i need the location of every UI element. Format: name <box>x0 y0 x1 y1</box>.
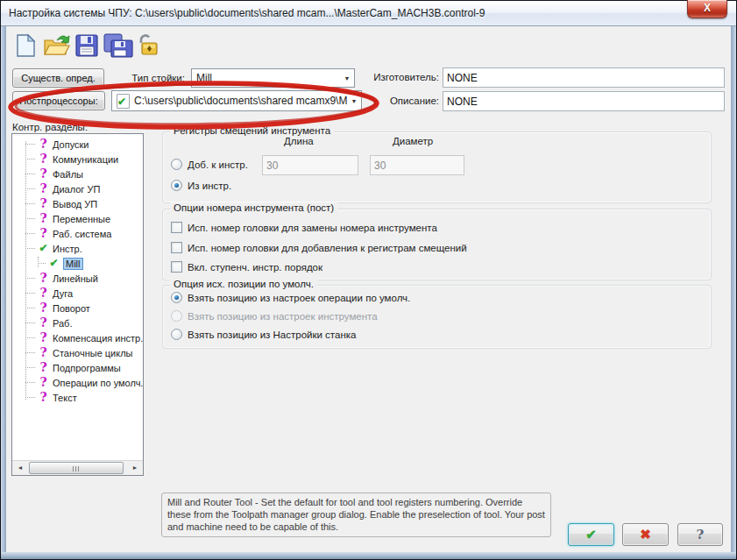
tree-item[interactable]: ?Коммуникации <box>12 152 143 167</box>
control-sections-tree: ?Допуски ?Коммуникации ?Файлы ?Диалог УП… <box>11 133 144 476</box>
cancel-button[interactable]: ✖ <box>622 523 669 546</box>
check-icon: ✔ <box>37 241 50 256</box>
tree-item[interactable]: ?Вывод УП <box>12 196 143 211</box>
checkbox-icon[interactable] <box>171 222 182 233</box>
checkbox-icon[interactable] <box>171 242 182 253</box>
scroll-right-icon[interactable]: ► <box>128 461 142 475</box>
radio-position-from-tool-settings-disabled: Взять позицию из настроек инструмента <box>171 310 378 322</box>
group-title: Регистры смещений инструмента <box>170 125 334 136</box>
tree-item[interactable]: ?Переменные <box>12 211 143 226</box>
radio-from-tool[interactable]: Из инстр. <box>171 180 231 191</box>
radio-selected-icon[interactable] <box>171 180 182 191</box>
length-input-disabled <box>262 155 358 175</box>
postprocessor-select[interactable]: C:\users\public\documents\shared mcamx9\… <box>111 90 362 111</box>
radio-position-from-operation-defaults[interactable]: Взять позицию из настроек операции по ум… <box>171 292 410 303</box>
question-icon: ? <box>37 181 50 196</box>
cnc-settings-dialog: Настройка системы ЧПУ: C:\users\public\d… <box>0 0 737 560</box>
description-input[interactable] <box>443 91 725 111</box>
description-label: Описание: <box>367 96 439 106</box>
tree-item[interactable]: ?Подпрограммы <box>12 360 143 375</box>
window-title: Настройка системы ЧПУ: C:\users\public\d… <box>9 7 485 19</box>
tree-item[interactable]: ?Линейный <box>12 271 143 286</box>
manufacturer-label: Изготовитель: <box>367 72 439 82</box>
machine-type-label: Тип стойки: <box>115 73 185 83</box>
close-button[interactable]: X <box>687 0 727 18</box>
checkbox-replace-tool-number[interactable]: Исп. номер головки для замены номера инс… <box>171 222 437 233</box>
check-icon: ✔ <box>47 256 60 271</box>
postprocessor-path: C:\users\public\documents\shared mcamx9\… <box>130 95 347 107</box>
tree-item[interactable]: ?Раб. <box>12 315 143 330</box>
machine-type-select[interactable]: Mill ▼ <box>191 68 355 88</box>
control-sections-label: Контр. разделы: <box>12 122 88 132</box>
tree-item[interactable]: ?Операции по умолч. <box>12 375 143 390</box>
question-icon: ? <box>37 211 50 226</box>
title-bar: Настройка системы ЧПУ: C:\users\public\d… <box>1 1 736 26</box>
dialog-client-area: Существ. опред. Тип стойки: Mill ▼ Изгот… <box>6 26 731 552</box>
tree-item[interactable]: ?Диалог УП <box>12 181 143 196</box>
question-icon: ? <box>697 527 705 542</box>
home-position-option-group: Опция исх. позиции по умолч. Взять позиц… <box>162 285 712 349</box>
machine-type-value: Mill <box>192 72 340 84</box>
question-icon: ? <box>37 226 50 241</box>
diameter-input-disabled <box>370 155 464 175</box>
radio-icon[interactable] <box>171 329 182 340</box>
group-title: Опция исх. позиции по умолч. <box>170 279 317 289</box>
tree-item-selected[interactable]: ✔Mill <box>12 256 143 271</box>
chevron-down-icon: ▼ <box>340 75 354 82</box>
tool-number-options-group: Опции номера инструмента (пост) Исп. ном… <box>162 209 712 280</box>
check-icon: ✔ <box>585 527 597 542</box>
tree-horizontal-scrollbar[interactable]: ◄ ► <box>12 460 143 475</box>
post-file-check-icon <box>117 94 130 109</box>
existing-definition-button[interactable]: Существ. опред. <box>12 68 104 88</box>
open-file-icon[interactable] <box>43 33 71 58</box>
tree-item[interactable]: ?Текст <box>12 390 143 405</box>
tree-item[interactable]: ?Поворот <box>12 301 143 315</box>
question-icon: ? <box>37 375 50 390</box>
tree-item[interactable]: ?Компенсация инстр. <box>12 330 143 345</box>
save-as-icon[interactable] <box>103 33 133 58</box>
postprocessors-button[interactable]: Постпроцессоры: <box>12 91 105 110</box>
ok-button[interactable]: ✔ <box>568 523 614 546</box>
window-border-right <box>731 26 736 552</box>
question-icon: ? <box>37 330 50 345</box>
question-icon: ? <box>37 167 50 181</box>
save-icon[interactable] <box>74 33 101 58</box>
radio-icon[interactable] <box>171 159 182 170</box>
question-icon: ? <box>37 152 50 167</box>
question-icon: ? <box>37 360 50 375</box>
question-icon: ? <box>37 286 50 301</box>
question-icon: ? <box>37 315 50 330</box>
radio-position-from-machine-settings[interactable]: Взять позицию из Настройки станка <box>171 329 356 340</box>
help-description-box: Mill and Router Tool - Set the default f… <box>161 493 551 537</box>
question-icon: ? <box>37 271 50 286</box>
group-title: Опции номера инструмента (пост) <box>170 202 337 213</box>
question-icon: ? <box>37 137 50 152</box>
checkbox-icon[interactable] <box>171 261 182 273</box>
scroll-left-icon[interactable]: ◄ <box>13 461 27 475</box>
length-header: Длина <box>284 136 314 146</box>
manufacturer-input[interactable] <box>443 67 725 88</box>
tree-item[interactable]: ?Станочные циклы <box>12 345 143 360</box>
tree-item[interactable]: ?Раб. система <box>12 226 143 241</box>
tree-item[interactable]: ?Допуски <box>12 137 143 152</box>
new-file-icon[interactable] <box>13 33 39 58</box>
question-icon: ? <box>37 345 50 360</box>
x-icon: ✖ <box>640 527 651 542</box>
unlock-icon[interactable] <box>136 33 162 58</box>
chevron-down-icon: ▼ <box>347 98 361 104</box>
question-icon: ? <box>37 301 50 315</box>
scrollbar-thumb[interactable] <box>29 462 124 474</box>
checkbox-add-to-offset-registers[interactable]: Исп. номер головки для добавления к реги… <box>171 242 467 253</box>
window-border-bottom <box>1 552 736 559</box>
question-icon: ? <box>37 196 50 211</box>
question-icon: ? <box>37 390 50 405</box>
tree-item[interactable]: ?Файлы <box>12 167 143 181</box>
checkbox-stepped-tool-order[interactable]: Вкл. ступенч. инстр. порядок <box>171 261 322 273</box>
radio-add-to-tool[interactable]: Доб. к инстр. <box>171 159 248 170</box>
radio-selected-icon[interactable] <box>171 292 182 303</box>
tree-item[interactable]: ?Дуга <box>12 286 143 301</box>
tree-item[interactable]: ✔Инстр. <box>12 241 143 256</box>
help-button[interactable]: ? <box>677 523 723 546</box>
tool-offset-registers-group: Регистры смещений инструмента Длина Диам… <box>162 131 712 203</box>
radio-disabled-icon <box>171 310 182 322</box>
